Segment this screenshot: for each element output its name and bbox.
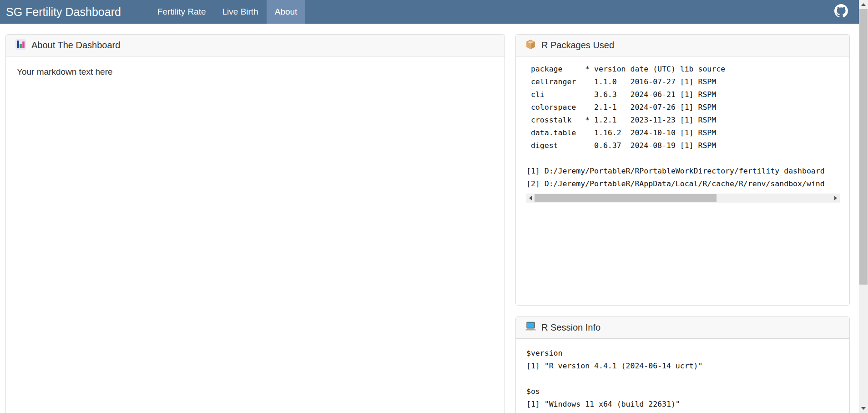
scroll-down-arrow-icon: [861, 407, 866, 410]
navbar: SG Fertility Dashboard Fertility Rate Li…: [0, 0, 859, 24]
about-card-body: Your markdown text here: [6, 56, 505, 87]
packages-card-header: R Packages Used: [516, 35, 849, 56]
session-card-body: $version [1] "R version 4.4.1 (2024-06-1…: [516, 339, 849, 413]
packages-card-title: R Packages Used: [541, 40, 614, 51]
scroll-down-button[interactable]: [859, 404, 868, 413]
github-link[interactable]: [834, 4, 848, 20]
navbar-spacer: [305, 0, 834, 24]
packages-card: R Packages Used package * version date (…: [515, 34, 850, 306]
bar-chart-icon: [15, 39, 26, 52]
about-card: About The Dashboard Your markdown text h…: [5, 34, 505, 413]
scroll-left-arrow-icon: [529, 196, 532, 200]
packages-card-body: package * version date (UTC) lib source …: [516, 56, 849, 209]
session-card-header: R Session Info: [516, 317, 849, 339]
vertical-scrollbar[interactable]: [859, 0, 868, 413]
horizontal-scrollbar[interactable]: [526, 194, 840, 203]
packages-console-output: package * version date (UTC) lib source …: [526, 63, 839, 190]
package-icon: [525, 39, 536, 52]
horizontal-scrollbar-thumb[interactable]: [535, 194, 717, 202]
app-viewport: SG Fertility Dashboard Fertility Rate Li…: [0, 0, 868, 413]
nav-tabs: Fertility Rate Live Birth About: [149, 0, 306, 24]
scroll-up-button[interactable]: [859, 0, 868, 9]
scroll-up-arrow-icon: [861, 3, 866, 6]
app-title: SG Fertility Dashboard: [0, 0, 121, 24]
session-console-output: $version [1] "R version 4.4.1 (2024-06-1…: [526, 347, 839, 411]
about-card-header: About The Dashboard: [6, 35, 505, 56]
tab-about[interactable]: About: [267, 0, 306, 24]
tab-live-birth[interactable]: Live Birth: [214, 0, 267, 24]
scroll-right-button[interactable]: [832, 194, 840, 203]
scroll-left-button[interactable]: [526, 194, 535, 203]
tab-fertility-rate[interactable]: Fertility Rate: [149, 0, 214, 24]
session-card-title: R Session Info: [541, 322, 601, 333]
scroll-right-arrow-icon: [834, 196, 837, 200]
vertical-scrollbar-thumb[interactable]: [859, 9, 868, 285]
laptop-icon: [525, 321, 536, 335]
github-icon: [834, 4, 848, 20]
markdown-placeholder-text: Your markdown text here: [16, 63, 494, 81]
session-card: R Session Info $version [1] "R version 4…: [515, 316, 850, 413]
about-card-title: About The Dashboard: [31, 40, 120, 51]
